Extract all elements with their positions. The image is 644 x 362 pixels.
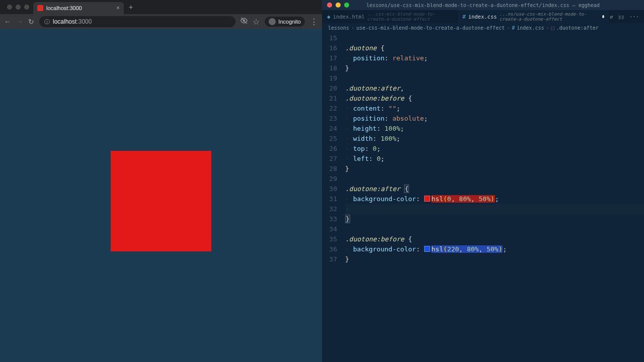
line-number: 16: [322, 43, 337, 53]
code-line[interactable]: }: [345, 214, 644, 224]
new-tab-button[interactable]: +: [124, 3, 138, 11]
chevron-right-icon: ›: [546, 25, 549, 31]
code-line[interactable]: .duotone:after,: [345, 83, 644, 94]
line-number: 15: [322, 33, 337, 43]
incognito-badge: Incognito: [265, 17, 305, 27]
code-line[interactable]: [345, 33, 644, 43]
favicon-icon: [37, 5, 43, 11]
breadcrumb-item[interactable]: use-css-mix-blend-mode-to-create-a-duoto…: [356, 25, 505, 31]
toolbar-right: ☆ Incognito ⋮: [240, 17, 318, 27]
browser-tab-strip: localhost:3000 × +: [0, 0, 322, 14]
minimize-icon[interactable]: [336, 3, 341, 8]
breadcrumb-item[interactable]: .duotone:after: [556, 25, 599, 31]
line-number-gutter: 1516171819202122232425262728293031323334…: [322, 33, 345, 362]
line-number: 36: [322, 244, 337, 254]
symbol-icon: ⬚: [551, 25, 554, 31]
close-icon[interactable]: [7, 5, 12, 10]
breadcrumb-item[interactable]: index.css: [517, 25, 544, 31]
code-line[interactable]: ·: [345, 204, 644, 214]
browser-window: localhost:3000 × + ← → ↻ ⓘ localhost:300…: [0, 0, 322, 362]
code-line[interactable]: }: [345, 63, 644, 73]
forward-button[interactable]: →: [16, 18, 23, 26]
line-number: 24: [322, 124, 337, 134]
editor-tab-actions: ⇄ ▯▯ ···: [610, 10, 644, 23]
line-number: 35: [322, 234, 337, 244]
tab-filename: index.css: [468, 14, 497, 20]
split-editor-icon[interactable]: ▯▯: [618, 14, 624, 20]
reload-button[interactable]: ↻: [28, 18, 34, 26]
line-number: 25: [322, 134, 337, 144]
line-number: 26: [322, 144, 337, 154]
code-content[interactable]: .duotone {· position: relative;}.duotone…: [345, 33, 644, 362]
code-line[interactable]: .duotone:before {: [345, 94, 644, 104]
code-line[interactable]: · background-color: hsl(220, 80%, 50%);: [345, 244, 644, 254]
code-line[interactable]: · position: absolute;: [345, 114, 644, 124]
incognito-icon: [269, 18, 276, 25]
file-icon: #: [512, 25, 515, 31]
chevron-right-icon: ›: [351, 25, 354, 31]
browser-menu-icon[interactable]: ⋮: [310, 17, 318, 27]
code-line[interactable]: }: [345, 254, 644, 264]
browser-tab[interactable]: localhost:3000 ×: [33, 2, 124, 14]
unsaved-dot-icon: [602, 15, 604, 18]
code-line[interactable]: · width: 100%;: [345, 134, 644, 144]
line-number: 21: [322, 94, 337, 104]
code-line[interactable]: [345, 174, 644, 184]
line-number: 20: [322, 83, 337, 94]
site-info-icon[interactable]: ⓘ: [44, 18, 50, 26]
editor-tab-index-html[interactable]: ◆ index.html ...css-mix-blend-mode-to-cr…: [322, 10, 457, 23]
zoom-icon[interactable]: [24, 5, 29, 10]
line-number: 19: [322, 73, 337, 83]
minimize-icon[interactable]: [16, 5, 21, 10]
window-title: lessons/use-css-mix-blend-mode-to-create…: [322, 3, 644, 8]
line-number: 29: [322, 174, 337, 184]
address-bar[interactable]: ⓘ localhost:3000: [39, 16, 235, 27]
editor-tab-strip: ◆ index.html ...css-mix-blend-mode-to-cr…: [322, 10, 644, 23]
code-line[interactable]: .duotone:after {: [345, 184, 644, 194]
code-line[interactable]: · position: relative;: [345, 53, 644, 63]
editor-traffic-lights: [322, 3, 349, 8]
line-number: 32: [322, 204, 337, 214]
bookmark-star-icon[interactable]: ☆: [253, 17, 260, 27]
close-icon[interactable]: [327, 3, 332, 8]
address-text: localhost:3000: [53, 18, 92, 25]
code-line[interactable]: · left: 0;: [345, 154, 644, 164]
line-number: 18: [322, 63, 337, 73]
code-line[interactable]: .duotone {: [345, 43, 644, 53]
file-icon: ◆: [327, 14, 331, 20]
line-number: 33: [322, 214, 337, 224]
tab-filename: index.html: [333, 14, 365, 20]
line-number: 22: [322, 104, 337, 114]
tab-path: ...css-mix-blend-mode-to-create-a-duoton…: [367, 12, 452, 22]
duotone-output: [111, 151, 211, 251]
line-number: 28: [322, 164, 337, 174]
code-line[interactable]: [345, 73, 644, 83]
code-line[interactable]: · background-color: hsl(0, 80%, 50%);: [345, 194, 644, 204]
code-line[interactable]: · top: 0;: [345, 144, 644, 154]
code-line[interactable]: .duotone:before {: [345, 234, 644, 244]
zoom-icon[interactable]: [344, 3, 349, 8]
tab-title: localhost:3000: [46, 5, 82, 11]
code-editor[interactable]: 1516171819202122232425262728293031323334…: [322, 32, 644, 362]
tab-close-icon[interactable]: ×: [116, 5, 120, 12]
breadcrumb[interactable]: lessons › use-css-mix-blend-mode-to-crea…: [322, 23, 644, 32]
line-number: 34: [322, 224, 337, 234]
code-line[interactable]: [345, 224, 644, 234]
back-button[interactable]: ←: [4, 18, 11, 26]
line-number: 17: [322, 53, 337, 63]
eye-off-icon[interactable]: [240, 17, 248, 26]
line-number: 30: [322, 184, 337, 194]
editor-tab-index-css[interactable]: # index.css ...ns/use-css-mix-blend-mode…: [457, 10, 610, 23]
breadcrumb-item[interactable]: lessons: [328, 25, 349, 31]
code-line[interactable]: · content: "";: [345, 104, 644, 114]
line-number: 23: [322, 114, 337, 124]
code-line[interactable]: }: [345, 164, 644, 174]
browser-traffic-lights: [4, 5, 33, 10]
more-actions-icon[interactable]: ···: [629, 14, 639, 20]
incognito-label: Incognito: [278, 19, 301, 25]
line-number: 31: [322, 194, 337, 204]
tab-path: ...ns/use-css-mix-blend-mode-to-create-a…: [500, 12, 598, 22]
line-number: 37: [322, 254, 337, 264]
compare-icon[interactable]: ⇄: [610, 14, 613, 20]
code-line[interactable]: · height: 100%;: [345, 124, 644, 134]
